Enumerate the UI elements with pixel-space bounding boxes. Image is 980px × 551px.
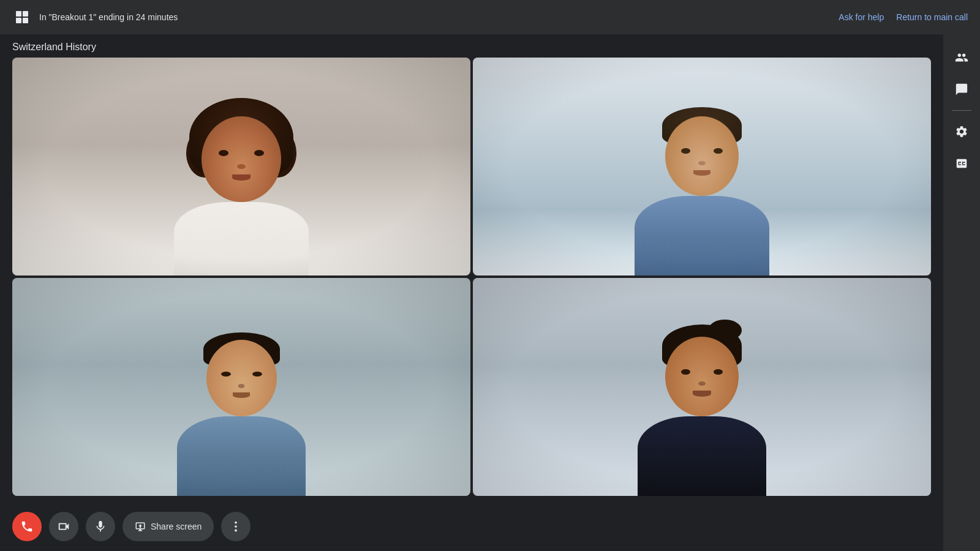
settings-button[interactable]	[948, 118, 975, 145]
end-call-button[interactable]	[12, 512, 42, 541]
participant-video-2	[473, 58, 931, 276]
sidebar-divider	[952, 110, 971, 111]
video-tile-3	[12, 278, 470, 496]
main-content: Switzerland History	[0, 34, 980, 551]
breakout-status-text: In "Breakout 1" ending in 24 minutes	[39, 12, 839, 22]
video-area: Switzerland History	[0, 34, 943, 551]
participant-video-3	[12, 278, 470, 496]
camera-button[interactable]	[49, 512, 78, 541]
video-tile-1	[12, 58, 470, 276]
svg-rect-1	[23, 11, 28, 17]
svg-point-4	[235, 522, 237, 524]
svg-rect-3	[23, 18, 28, 23]
share-screen-button[interactable]: Share screen	[123, 512, 214, 541]
svg-rect-0	[16, 11, 21, 17]
video-tile-4	[473, 278, 931, 496]
share-screen-label: Share screen	[151, 522, 202, 531]
video-grid	[0, 58, 943, 502]
video-tile-2	[473, 58, 931, 276]
meeting-title: Switzerland History	[0, 34, 943, 58]
breakout-rooms-icon	[12, 7, 32, 27]
people-button[interactable]	[948, 44, 975, 71]
chat-button[interactable]	[948, 76, 975, 103]
svg-rect-2	[16, 18, 21, 23]
top-bar: In "Breakout 1" ending in 24 minutes Ask…	[0, 0, 980, 34]
captions-button[interactable]	[948, 150, 975, 177]
bottom-toolbar: Share screen	[0, 502, 943, 551]
svg-point-6	[235, 530, 237, 532]
svg-point-5	[235, 525, 237, 528]
more-options-button[interactable]	[221, 512, 251, 541]
ask-for-help-button[interactable]: Ask for help	[839, 12, 884, 22]
microphone-button[interactable]	[86, 512, 115, 541]
participant-video-1	[12, 58, 470, 276]
right-sidebar	[943, 34, 980, 551]
return-to-main-call-button[interactable]: Return to main call	[896, 12, 968, 22]
participant-video-4	[473, 278, 931, 496]
